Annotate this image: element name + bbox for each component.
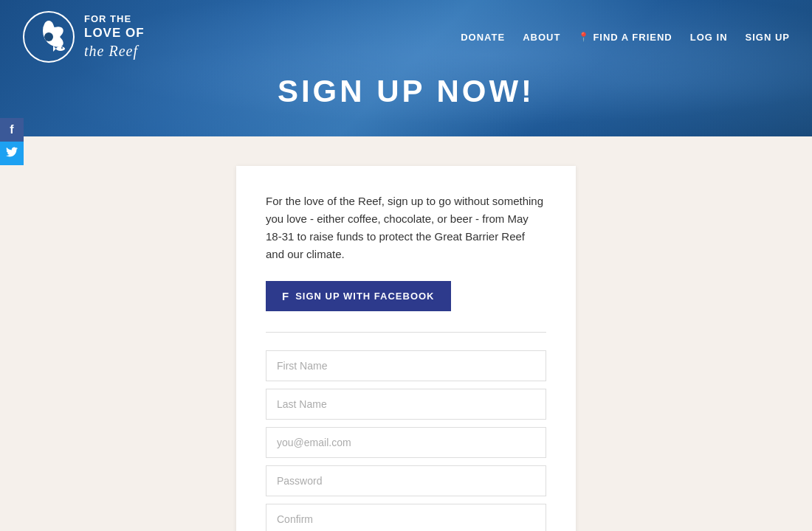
signup-form-card: For the love of the Reef, sign up to go … [236, 166, 576, 531]
twitter-icon [6, 147, 18, 160]
nav-sign-up[interactable]: SIGN UP [746, 32, 790, 43]
email-input[interactable] [266, 427, 546, 458]
social-sidebar: f [0, 118, 24, 165]
twitter-social-button[interactable] [0, 142, 24, 165]
logo-icon [22, 10, 75, 63]
logo-text: FOR THE LOVE OF the Reef [84, 13, 145, 61]
description-text: For the love of the Reef, sign up to go … [266, 192, 546, 263]
confirm-input[interactable] [266, 504, 546, 531]
first-name-input[interactable] [266, 350, 546, 381]
logo: FOR THE LOVE OF the Reef [22, 10, 145, 63]
svg-point-6 [61, 47, 63, 49]
nav-log-in[interactable]: LOG IN [690, 32, 728, 43]
header-title-area: SIGN UP NOW! [0, 74, 812, 127]
last-name-input[interactable] [266, 389, 546, 420]
facebook-signup-label: SIGN UP WITH FACEBOOK [295, 291, 434, 302]
facebook-icon: f [282, 290, 289, 302]
page-title: SIGN UP NOW! [0, 74, 812, 109]
facebook-icon: f [10, 123, 13, 136]
password-input[interactable] [266, 465, 546, 496]
svg-point-4 [44, 32, 53, 41]
svg-point-5 [56, 46, 65, 51]
pin-icon: 📍 [578, 32, 590, 42]
nav-links: DONATE ABOUT 📍 FIND A FRIEND LOG IN SIGN… [461, 32, 790, 43]
nav-about[interactable]: ABOUT [523, 32, 560, 43]
nav-donate[interactable]: DONATE [461, 32, 505, 43]
main-content: For the love of the Reef, sign up to go … [0, 136, 812, 531]
nav-find-friend[interactable]: 📍 FIND A FRIEND [578, 32, 672, 43]
form-divider [266, 332, 546, 333]
facebook-signup-button[interactable]: f SIGN UP WITH FACEBOOK [266, 281, 451, 311]
site-header: FOR THE LOVE OF the Reef DONATE ABOUT 📍 … [0, 0, 812, 136]
facebook-social-button[interactable]: f [0, 118, 24, 142]
main-nav: FOR THE LOVE OF the Reef DONATE ABOUT 📍 … [0, 0, 812, 74]
